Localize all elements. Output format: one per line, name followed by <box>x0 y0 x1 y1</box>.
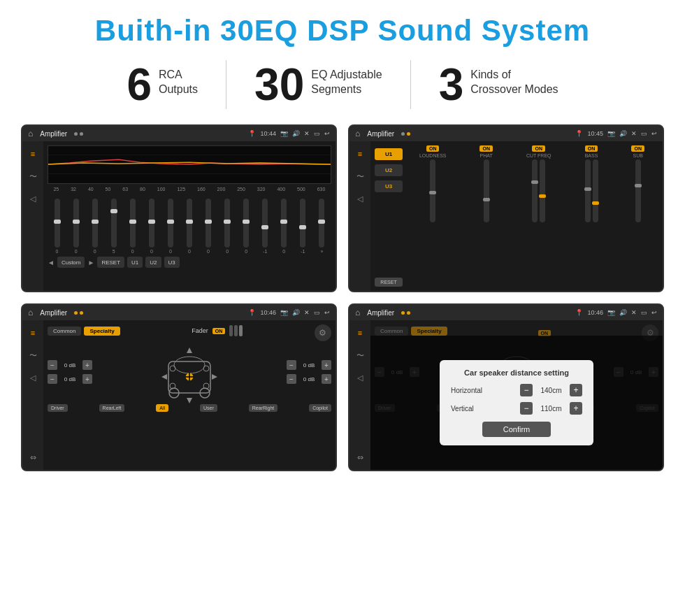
stat-number-rca: 6 <box>127 62 152 107</box>
arrows-icon-3[interactable]: ⇔ <box>26 450 40 464</box>
slider-track-8[interactable] <box>187 199 192 248</box>
loudness-on[interactable]: ON <box>426 145 440 152</box>
slider-thumb-4 <box>110 209 117 213</box>
sub-on[interactable]: ON <box>631 145 644 152</box>
rearright-btn[interactable]: RearRight <box>249 404 278 412</box>
u1-btn[interactable]: U1 <box>127 257 143 268</box>
right-bot-minus[interactable]: − <box>287 374 296 384</box>
tab-specialty-3[interactable]: Specialty <box>84 327 120 336</box>
home-icon-1[interactable]: ⌂ <box>28 129 33 138</box>
loudness-slider[interactable] <box>430 159 435 222</box>
eq-icon-4[interactable]: ≡ <box>353 326 367 340</box>
slider-track-11[interactable] <box>243 199 249 248</box>
left-top-minus[interactable]: − <box>48 360 57 370</box>
fader-on-3[interactable]: ON <box>212 328 226 334</box>
u3-btn[interactable]: U3 <box>164 257 180 268</box>
home-icon-4[interactable]: ⌂ <box>355 308 360 317</box>
sub-slider[interactable] <box>635 159 641 222</box>
wave-icon-3[interactable]: 〜 <box>26 348 40 362</box>
horizontal-label: Horizontal <box>451 387 493 394</box>
slider-col-6: 0 <box>149 199 154 254</box>
slider-track-2[interactable] <box>73 199 79 248</box>
freq-50: 50 <box>106 187 111 192</box>
right-bot-plus[interactable]: + <box>322 374 331 384</box>
custom-btn[interactable]: Custom <box>57 257 85 268</box>
confirm-button[interactable]: Confirm <box>482 422 551 437</box>
slider-track-15[interactable] <box>319 199 324 248</box>
vertical-plus[interactable]: + <box>570 402 582 415</box>
user-btn[interactable]: User <box>200 404 217 412</box>
slider-track-4[interactable] <box>111 199 117 248</box>
right-bot-db: − 0 dB + <box>287 374 331 384</box>
right-top-plus[interactable]: + <box>322 360 331 370</box>
screen-content-3: ≡ 〜 ◁ ⇔ Common Specialty Fader ON <box>22 320 336 470</box>
slider-track-14[interactable] <box>300 199 305 248</box>
eq-icon-3[interactable]: ≡ <box>26 326 40 340</box>
wave-icon-4[interactable]: 〜 <box>353 348 367 362</box>
slider-track-9[interactable] <box>206 199 211 248</box>
left-bot-minus[interactable]: − <box>48 374 57 384</box>
preset-u1[interactable]: U1 <box>375 148 403 160</box>
cutfreq-on[interactable]: ON <box>532 145 545 152</box>
slider-track-6[interactable] <box>149 199 154 248</box>
slider-col-5: 0 <box>130 199 136 254</box>
slider-col-15: » <box>319 199 324 254</box>
home-icon-3[interactable]: ⌂ <box>28 308 33 317</box>
left-top-db: − 0 dB + <box>48 360 159 370</box>
reset-btn-1[interactable]: RESET <box>97 257 124 268</box>
all-btn[interactable]: All <box>156 404 168 412</box>
next-arrow[interactable]: ► <box>87 259 94 266</box>
right-top-minus[interactable]: − <box>287 360 296 370</box>
driver-btn[interactable]: Driver <box>48 404 68 412</box>
cutfreq-slider-g[interactable] <box>532 159 538 222</box>
speaker-icon-3[interactable]: ◁ <box>26 371 40 385</box>
phat-on[interactable]: ON <box>480 145 493 152</box>
slider-val-12: -1 <box>263 249 267 254</box>
tab-bar-4: Common Specialty <box>375 327 447 336</box>
slider-track-10[interactable] <box>224 199 230 248</box>
app-label-3: Amplifier <box>40 309 67 317</box>
dialog-main-area: Common Specialty ON ⚙ − 0 dB <box>370 320 663 470</box>
slider-track-1[interactable] <box>55 199 60 248</box>
slider-val-14: -1 <box>301 249 305 254</box>
fader-label-3: Fader <box>192 327 208 334</box>
copilot-btn[interactable]: Copilot <box>309 404 331 412</box>
tab-common-3[interactable]: Common <box>48 327 81 336</box>
cutfreq-ctrl: ON CUT FREQ <box>526 145 551 222</box>
left-top-plus[interactable]: + <box>82 360 92 370</box>
cutfreq-slider-f[interactable] <box>540 159 545 222</box>
reset-btn-2[interactable]: RESET <box>375 278 403 287</box>
prev-arrow[interactable]: ◄ <box>48 259 55 266</box>
eq-icon-2[interactable]: ≡ <box>353 147 367 161</box>
phat-slider[interactable] <box>484 159 489 222</box>
slider-track-13[interactable] <box>281 199 287 248</box>
x-icon-4: ✕ <box>631 309 637 316</box>
horizontal-minus[interactable]: − <box>520 384 533 396</box>
settings-icon-3[interactable]: ⚙ <box>315 324 331 341</box>
left-bot-plus[interactable]: + <box>82 374 92 384</box>
horizontal-plus[interactable]: + <box>570 384 582 396</box>
wave-icon-2[interactable]: 〜 <box>353 169 367 183</box>
slider-track-3[interactable] <box>92 199 98 248</box>
arrows-icon-4[interactable]: ⇔ <box>353 450 367 464</box>
eq-icon-1[interactable]: ≡ <box>26 147 40 161</box>
bass-on[interactable]: ON <box>585 145 598 152</box>
slider-col-8: 0 <box>187 199 192 254</box>
wave-icon-1[interactable]: 〜 <box>26 169 40 183</box>
rearleft-btn[interactable]: RearLeft <box>99 404 125 412</box>
slider-track-5[interactable] <box>130 199 136 248</box>
speaker-icon-2[interactable]: ◁ <box>353 192 367 206</box>
win-icon-3: ▭ <box>314 309 320 316</box>
slider-track-12[interactable] <box>262 199 268 248</box>
u2-btn[interactable]: U2 <box>145 257 161 268</box>
bass-slider-g[interactable] <box>593 159 598 222</box>
svg-marker-18 <box>212 374 217 380</box>
vertical-minus[interactable]: − <box>520 402 533 415</box>
home-icon-2[interactable]: ⌂ <box>355 129 360 138</box>
bass-slider-f[interactable] <box>585 159 591 222</box>
preset-u3[interactable]: U3 <box>375 180 403 192</box>
slider-track-7[interactable] <box>168 199 173 248</box>
speaker-icon-4[interactable]: ◁ <box>353 371 367 385</box>
speaker-icon-1[interactable]: ◁ <box>26 192 40 206</box>
preset-u2[interactable]: U2 <box>375 164 403 176</box>
